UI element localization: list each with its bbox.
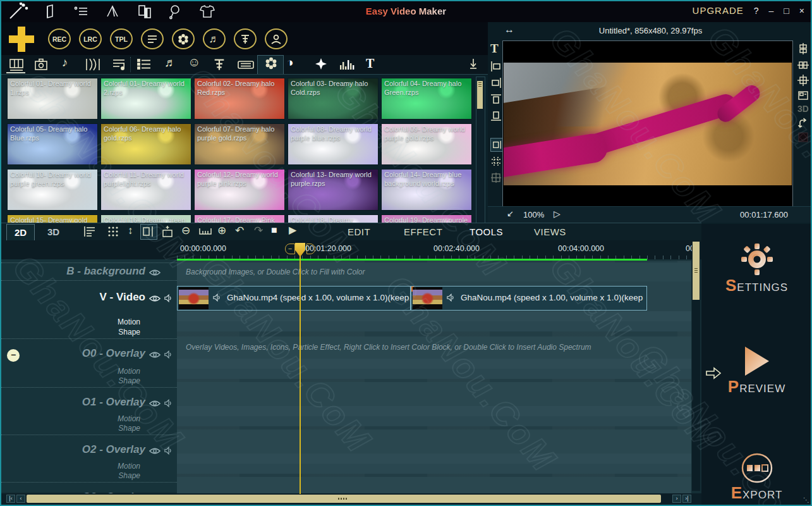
lane-o2[interactable] <box>177 429 691 454</box>
lane-o0-shape[interactable] <box>177 369 691 379</box>
lane-o0-motion[interactable] <box>177 359 691 369</box>
tab-melody-icon[interactable]: ♬ <box>164 56 176 69</box>
video-clip[interactable]: GhaNou.mp4 (speed x 1.00, volume x 1.0)(… <box>177 286 411 311</box>
lane-o2-shape[interactable] <box>177 464 691 474</box>
redo-icon[interactable]: ↷ <box>254 225 263 236</box>
import-download-icon[interactable] <box>467 58 480 73</box>
scroll-first-button[interactable]: |‹ <box>6 495 15 503</box>
eye-icon[interactable] <box>149 269 161 276</box>
lane-o1-shape[interactable] <box>177 416 691 426</box>
lane-o3[interactable] <box>177 477 691 493</box>
timeline-horizontal-scrollbar[interactable]: |‹ ‹ › ›| <box>1 493 701 506</box>
speaker-icon[interactable] <box>164 399 173 407</box>
layout-window-icon[interactable] <box>797 90 809 101</box>
fit-view-icon[interactable]: ↙ <box>507 209 514 218</box>
subtrack-shape[interactable]: Shape <box>118 471 140 480</box>
background-color-swatch[interactable] <box>797 132 809 143</box>
tab-filter-icon[interactable]: ◑ <box>286 56 293 69</box>
library-item[interactable]: Colorful 12- Dreamy world purple pink.rz… <box>194 169 285 211</box>
pages-icon[interactable] <box>137 4 152 18</box>
speaker-icon[interactable] <box>164 447 173 455</box>
rec-button[interactable]: REC <box>48 28 71 49</box>
settings-button[interactable]: SETTINGS <box>701 243 812 295</box>
preview-button[interactable]: PREVIEW <box>701 345 812 397</box>
tab-2d[interactable]: 2D <box>6 224 35 241</box>
track-header-o0[interactable]: − O0 - Overlay Motion Shape <box>1 338 177 388</box>
eye-icon[interactable] <box>149 447 161 455</box>
scroll-next-button[interactable]: › <box>672 495 681 503</box>
scroll-last-button[interactable]: ›| <box>682 495 691 503</box>
close-button[interactable]: × <box>799 6 804 16</box>
library-item[interactable]: Colorful 03- Dreamy halo Cold.rzps <box>288 78 379 120</box>
library-item[interactable]: Colorful 10- Dreamy world purple green.r… <box>7 169 98 211</box>
tab-3d[interactable]: 3D <box>39 224 68 241</box>
zoom-in-timeline-icon[interactable]: ⊕ <box>217 225 226 236</box>
library-item[interactable]: Colorful 06- Dreamy halo gold.rzps <box>100 123 191 165</box>
export-button[interactable]: EXPORT <box>701 453 812 503</box>
subtrack-shape[interactable]: Shape <box>118 424 140 433</box>
zoom-level[interactable]: 100% <box>523 210 544 219</box>
tab-keyboard-icon[interactable] <box>238 58 254 71</box>
tab-effect-star-icon[interactable] <box>315 58 327 70</box>
library-item[interactable]: Colorful 07- Dreamy halo purple gold.rzp… <box>194 123 285 165</box>
minimize-button[interactable]: – <box>769 6 774 16</box>
tab-camera-icon[interactable] <box>34 58 48 71</box>
tab-layout-icon[interactable] <box>9 58 24 73</box>
collapse-track-button[interactable]: − <box>7 349 20 362</box>
tab-music-icon[interactable]: ♪ <box>62 56 68 69</box>
menu-tools[interactable]: TOOLS <box>470 226 503 237</box>
help-button[interactable]: ? <box>754 6 759 16</box>
tab-transition-icon[interactable] <box>85 58 100 71</box>
tpl-button[interactable]: TPL <box>110 28 133 49</box>
playhead-line[interactable] <box>300 243 301 494</box>
tab-spectrum-icon[interactable] <box>339 58 354 71</box>
music-button[interactable]: ♬ <box>203 28 226 49</box>
eye-icon[interactable] <box>149 351 161 359</box>
timeline-vertical-scrollbar[interactable] <box>692 242 700 491</box>
subtrack-shape[interactable]: Shape <box>118 328 140 336</box>
window-resize-grip[interactable]: ⋱ <box>803 497 809 503</box>
tab-text-icon[interactable]: T <box>366 56 374 71</box>
subtrack-motion[interactable]: Motion <box>118 318 140 326</box>
library-item[interactable]: Colorful 13- Dreamy world purple.rzps <box>288 169 379 211</box>
menu-effect[interactable]: EFFECT <box>404 226 442 237</box>
text-tool-icon[interactable]: T <box>490 42 499 56</box>
ruler-scale-icon[interactable] <box>198 225 212 237</box>
rotate-icon[interactable] <box>797 118 809 129</box>
menu-edit[interactable]: EDIT <box>348 226 370 237</box>
maximize-button[interactable]: □ <box>784 6 789 16</box>
tab-list-icon[interactable] <box>136 58 152 71</box>
subtrack-motion[interactable]: Motion <box>118 462 140 471</box>
library-scrollbar[interactable] <box>476 77 485 223</box>
library-item[interactable]: Colorful 08- Dreamy world purple blue.rz… <box>288 123 379 165</box>
timeline-ruler[interactable]: 00:00:00.000 00:01:20.000 00:02:40.000 0… <box>1 240 701 259</box>
snap-grid-icon[interactable] <box>490 156 502 167</box>
play-icon[interactable]: ▶ <box>289 225 296 235</box>
subtrack-shape[interactable]: Shape <box>118 376 140 385</box>
particle-flower-button[interactable] <box>172 28 195 49</box>
lane-o1-motion[interactable] <box>177 406 691 416</box>
subtrack-motion[interactable]: Motion <box>118 414 140 423</box>
library-scrollbar-thumb[interactable] <box>477 81 483 109</box>
align-bottom-icon[interactable] <box>490 110 502 121</box>
library-item[interactable]: Colorful 01- Dreamy world 1.rzps <box>7 78 98 120</box>
library-item[interactable]: Colorful 09- Dreamy world purple gold.rz… <box>381 123 472 165</box>
draw-pen-icon[interactable] <box>106 4 119 18</box>
playlist-icon[interactable] <box>73 4 88 18</box>
lane-video-shape[interactable] <box>177 321 691 331</box>
center-target-icon[interactable] <box>797 75 809 86</box>
insert-block-icon[interactable] <box>161 225 174 238</box>
distribute-vertical-icon[interactable] <box>797 43 809 54</box>
search-icon[interactable] <box>168 4 182 20</box>
library-item[interactable]: Colorful 01- Dreamy world 2.rzps <box>100 78 191 120</box>
menu-views[interactable]: VIEWS <box>534 226 566 237</box>
stop-icon[interactable]: ■ <box>271 225 277 235</box>
library-item[interactable]: Colorful 14- Dreamy blue background worl… <box>381 169 472 211</box>
track-align-icon[interactable] <box>83 225 96 238</box>
tab-subtitle-icon[interactable] <box>212 58 226 71</box>
lane-video-motion[interactable] <box>177 311 691 321</box>
tshirt-icon[interactable] <box>200 4 215 18</box>
tab-audio-list-icon[interactable] <box>112 58 127 71</box>
upgrade-button[interactable]: UPGRADE <box>693 5 744 16</box>
eye-icon[interactable] <box>149 295 161 302</box>
